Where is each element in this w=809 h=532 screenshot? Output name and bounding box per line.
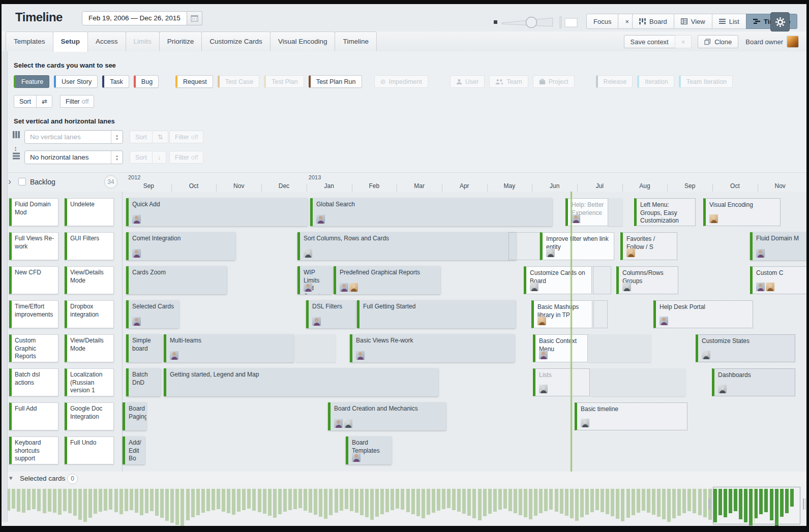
timeline-card[interactable]: Comet Integration: [126, 232, 235, 260]
save-context-clear-button[interactable]: ×: [675, 35, 692, 48]
settings-gear-button[interactable]: [770, 12, 790, 32]
backlog-checkbox[interactable]: [18, 178, 26, 185]
timeline-card[interactable]: Favorites / Follow / S: [620, 232, 677, 260]
backlog-card[interactable]: Full Add: [9, 402, 58, 430]
card-type-release[interactable]: Release: [596, 75, 633, 88]
card-type-project[interactable]: Project: [533, 75, 575, 88]
backlog-card[interactable]: Batch dsl actions: [9, 368, 58, 396]
filter-button[interactable]: Filteroff: [60, 95, 94, 108]
timeline-card[interactable]: Customize States: [696, 334, 795, 362]
board-owner-avatar[interactable]: [787, 36, 798, 47]
card-type-request[interactable]: Request: [175, 75, 213, 88]
timeline-card[interactable]: Getting started, Legend and Map: [164, 368, 438, 396]
timeline-card-segment[interactable]: [608, 198, 622, 226]
timeline-card-segment[interactable]: [593, 266, 611, 294]
horizontal-filter-button[interactable]: Filteroff: [169, 151, 203, 164]
card-type-bug[interactable]: Bug: [134, 75, 159, 88]
backlog-card[interactable]: Localization (Russian version 1: [65, 368, 114, 396]
timeline-card[interactable]: Basic timeline: [575, 402, 687, 430]
clone-button[interactable]: Clone: [698, 35, 738, 48]
backlog-card[interactable]: View/Details Mode: [65, 266, 114, 294]
card-type-impediment[interactable]: ⊘Impediment: [374, 75, 428, 88]
vertical-filter-button[interactable]: Filteroff: [169, 131, 203, 143]
card-type-team-iteration[interactable]: Team Iteration: [679, 75, 733, 88]
backlog-card[interactable]: Fluid Domain Mod: [9, 198, 58, 226]
timeline-card[interactable]: WIP Limits and Counts: [297, 266, 332, 294]
card-type-user[interactable]: User: [450, 75, 485, 88]
timeline-card-segment[interactable]: [589, 334, 651, 362]
view-button-list[interactable]: List: [712, 14, 746, 29]
timeline-card-segment[interactable]: [593, 300, 608, 328]
tab-access[interactable]: Access: [87, 32, 126, 51]
card-type-task[interactable]: Task: [102, 75, 129, 88]
swap-lanes-icon[interactable]: ↕: [14, 144, 17, 152]
timeline-card[interactable]: Fluid Domain M: [750, 232, 806, 260]
timeline-card[interactable]: Selected Cards: [126, 300, 179, 328]
timeline-card[interactable]: DSL Filters: [306, 300, 356, 328]
timeline-card[interactable]: Batch DnD: [126, 368, 161, 396]
backlog-card[interactable]: Keyboard shortcuts support: [9, 436, 58, 464]
timeline-card[interactable]: Columns/Rows Groups: [616, 266, 678, 294]
timeline-card[interactable]: Board Paging: [123, 402, 146, 430]
tab-timeline[interactable]: Timeline: [335, 32, 377, 51]
selected-cards-chevron-icon[interactable]: ▾: [9, 474, 13, 482]
timeline-card[interactable]: Add/ Edit Bo: [123, 436, 145, 464]
timeline-card[interactable]: Board Creation and Mechanics: [328, 402, 446, 430]
card-type-feature[interactable]: Feature: [14, 75, 49, 88]
timeline-card[interactable]: Basic Views Re-work: [350, 334, 515, 362]
card-type-iteration[interactable]: Iteration: [637, 75, 674, 88]
timeline-card[interactable]: Customize Cards on Board: [524, 266, 592, 294]
backlog-card[interactable]: Time/Effort improvements: [9, 300, 58, 328]
minimap-viewport-left-handle[interactable]: [708, 498, 712, 510]
timeline-card-segment[interactable]: [591, 368, 685, 396]
timeline-card[interactable]: Quick Add: [126, 198, 308, 226]
backlog-card[interactable]: Full Undo: [65, 436, 114, 464]
backlog-card[interactable]: GUI Filters: [65, 232, 114, 260]
minimap-viewport-right-handle[interactable]: [803, 498, 806, 510]
timeline-card[interactable]: Left Menu: Groups, Easy Customization: [634, 198, 696, 226]
timeline-card[interactable]: Sort Columns, Rows and Cards: [297, 232, 516, 260]
vertical-sort-button[interactable]: Sort: [130, 131, 153, 143]
tab-visual-encoding[interactable]: Visual Encoding: [270, 32, 336, 51]
zoom-slider[interactable]: [491, 14, 581, 33]
timeline-card[interactable]: Custom C: [750, 266, 806, 294]
timeline-card[interactable]: Simple board: [126, 334, 162, 362]
timeline-card[interactable]: Cards Zoom: [126, 266, 227, 294]
timeline-card[interactable]: Visual Encoding: [703, 198, 781, 226]
backlog-card[interactable]: Custom Graphic Reports: [9, 334, 58, 362]
timeline-card-segment[interactable]: [508, 232, 540, 260]
backlog-card[interactable]: New CFD: [9, 266, 58, 294]
timeline-card[interactable]: Lists: [533, 368, 590, 396]
card-type-test-plan-run[interactable]: Test Plan Run: [309, 75, 362, 88]
minimap-viewport[interactable]: [713, 487, 800, 524]
horizontal-sort-direction-icon[interactable]: ↓: [152, 151, 166, 164]
vertical-lanes-select[interactable]: No vertical lanes ▲▼: [24, 130, 123, 144]
date-range-field[interactable]: Feb 19, 2006 — Dec 26, 2015: [82, 11, 187, 25]
tab-limits[interactable]: Limits: [126, 32, 160, 51]
timeline-card[interactable]: Global Search: [310, 198, 552, 226]
timeline-card-segment[interactable]: [296, 334, 336, 362]
focus-button[interactable]: Focus: [586, 14, 618, 29]
timeline-card[interactable]: Full Getting Started: [357, 300, 516, 328]
timeline-card[interactable]: Multi-teams: [164, 334, 294, 362]
timeline-card[interactable]: Dashboards: [712, 368, 795, 396]
tab-templates[interactable]: Templates: [6, 32, 53, 51]
vertical-sort-direction-icon[interactable]: ⇅: [152, 131, 168, 143]
card-type-team[interactable]: Team: [489, 75, 528, 88]
save-context-button[interactable]: Save context: [624, 35, 675, 48]
sort-button[interactable]: Sort: [14, 95, 37, 108]
tab-prioritize[interactable]: Prioritize: [159, 32, 202, 51]
timeline-card[interactable]: Basic Context Menu: [533, 334, 588, 362]
backlog-card[interactable]: View/Details Mode: [65, 334, 114, 362]
tab-customize-cards[interactable]: Customize Cards: [201, 32, 271, 51]
view-button-view[interactable]: View: [674, 14, 712, 29]
timeline-card[interactable]: Basic Mashups library in TP: [531, 300, 592, 328]
timeline-card[interactable]: Help Desk Portal: [653, 300, 753, 328]
backlog-card[interactable]: Undelete: [65, 198, 114, 226]
calendar-button[interactable]: [187, 11, 202, 25]
view-button-board[interactable]: Board: [632, 14, 674, 29]
timeline-card[interactable]: Board Templates: [346, 436, 392, 464]
timeline-card[interactable]: Predefined Graphical Reports: [334, 266, 440, 294]
horizontal-sort-button[interactable]: Sort: [130, 151, 153, 164]
backlog-card[interactable]: Google Doc Integration: [65, 402, 114, 430]
